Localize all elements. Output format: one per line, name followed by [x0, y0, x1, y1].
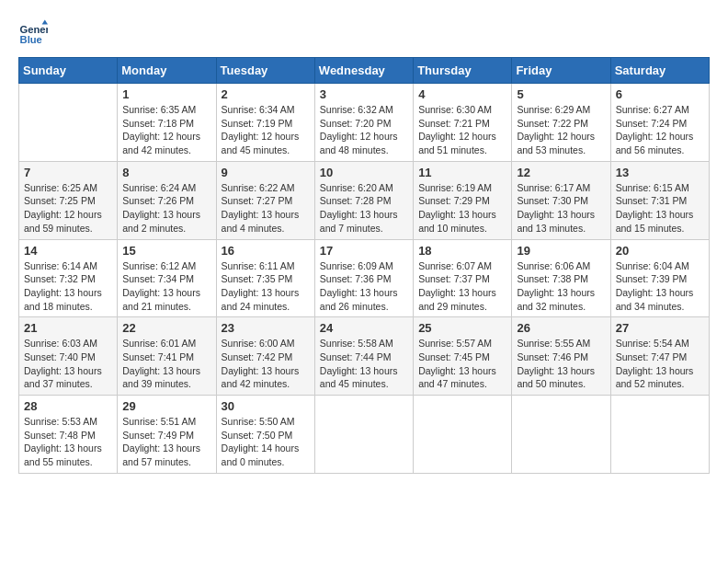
- day-number: 9: [222, 166, 310, 179]
- day-number: 1: [122, 87, 210, 101]
- day-info: Sunrise: 6:22 AMSunset: 7:27 PMDaylight:…: [222, 181, 310, 236]
- calendar-cell: [512, 396, 610, 474]
- calendar-cell: [414, 396, 512, 474]
- calendar-cell: [610, 396, 709, 474]
- day-number: 7: [24, 166, 112, 179]
- day-info: Sunrise: 6:11 AMSunset: 7:35 PMDaylight:…: [222, 259, 310, 314]
- calendar-week-row: 28Sunrise: 5:53 AMSunset: 7:48 PMDayligh…: [19, 396, 710, 474]
- weekday-header: Saturday: [610, 58, 709, 84]
- day-info: Sunrise: 6:12 AMSunset: 7:34 PMDaylight:…: [122, 259, 210, 314]
- day-number: 8: [122, 166, 210, 179]
- day-info: Sunrise: 6:30 AMSunset: 7:21 PMDaylight:…: [418, 103, 506, 157]
- day-info: Sunrise: 6:25 AMSunset: 7:25 PMDaylight:…: [24, 181, 112, 236]
- page-header: General Blue: [18, 18, 710, 48]
- day-number: 5: [517, 87, 605, 101]
- day-number: 23: [222, 321, 310, 335]
- day-info: Sunrise: 5:54 AMSunset: 7:47 PMDaylight:…: [616, 337, 704, 391]
- calendar-week-row: 7Sunrise: 6:25 AMSunset: 7:25 PMDaylight…: [19, 161, 710, 239]
- calendar-cell: 9Sunrise: 6:22 AMSunset: 7:27 PMDaylight…: [216, 161, 314, 239]
- calendar-cell: 10Sunrise: 6:20 AMSunset: 7:28 PMDayligh…: [314, 161, 413, 239]
- day-number: 27: [616, 321, 704, 335]
- day-info: Sunrise: 6:27 AMSunset: 7:24 PMDaylight:…: [616, 103, 704, 157]
- calendar-week-row: 21Sunrise: 6:03 AMSunset: 7:40 PMDayligh…: [19, 317, 710, 396]
- day-number: 21: [24, 321, 112, 335]
- calendar-header-row: SundayMondayTuesdayWednesdayThursdayFrid…: [19, 58, 710, 84]
- day-number: 28: [24, 399, 112, 413]
- calendar-cell: 18Sunrise: 6:07 AMSunset: 7:37 PMDayligh…: [414, 239, 512, 317]
- day-number: 24: [320, 321, 408, 335]
- day-number: 14: [24, 244, 112, 258]
- calendar-cell: 25Sunrise: 5:57 AMSunset: 7:45 PMDayligh…: [414, 317, 512, 396]
- calendar-cell: 24Sunrise: 5:58 AMSunset: 7:44 PMDayligh…: [314, 317, 413, 396]
- day-number: 6: [616, 87, 704, 101]
- calendar-cell: 8Sunrise: 6:24 AMSunset: 7:26 PMDaylight…: [118, 161, 216, 239]
- calendar-cell: 5Sunrise: 6:29 AMSunset: 7:22 PMDaylight…: [512, 84, 610, 162]
- day-info: Sunrise: 6:14 AMSunset: 7:32 PMDaylight:…: [24, 259, 112, 314]
- day-info: Sunrise: 6:24 AMSunset: 7:26 PMDaylight:…: [122, 181, 210, 236]
- calendar-cell: 11Sunrise: 6:19 AMSunset: 7:29 PMDayligh…: [414, 161, 512, 239]
- day-number: 25: [418, 321, 506, 335]
- day-number: 16: [222, 244, 310, 258]
- calendar-cell: 12Sunrise: 6:17 AMSunset: 7:30 PMDayligh…: [512, 161, 610, 239]
- day-number: 15: [122, 244, 210, 258]
- calendar-cell: 22Sunrise: 6:01 AMSunset: 7:41 PMDayligh…: [118, 317, 216, 396]
- calendar-cell: 15Sunrise: 6:12 AMSunset: 7:34 PMDayligh…: [118, 239, 216, 317]
- calendar-cell: 1Sunrise: 6:35 AMSunset: 7:18 PMDaylight…: [118, 84, 216, 162]
- weekday-header: Sunday: [19, 58, 118, 84]
- day-info: Sunrise: 6:19 AMSunset: 7:29 PMDaylight:…: [418, 181, 506, 236]
- calendar-cell: 13Sunrise: 6:15 AMSunset: 7:31 PMDayligh…: [610, 161, 709, 239]
- calendar-cell: [19, 84, 118, 162]
- day-info: Sunrise: 6:01 AMSunset: 7:41 PMDaylight:…: [122, 337, 210, 391]
- day-number: 20: [616, 244, 704, 258]
- calendar-cell: 19Sunrise: 6:06 AMSunset: 7:38 PMDayligh…: [512, 239, 610, 317]
- day-number: 11: [418, 166, 506, 179]
- day-info: Sunrise: 6:06 AMSunset: 7:38 PMDaylight:…: [517, 259, 605, 314]
- day-info: Sunrise: 5:51 AMSunset: 7:49 PMDaylight:…: [122, 415, 210, 469]
- day-info: Sunrise: 5:55 AMSunset: 7:46 PMDaylight:…: [517, 337, 605, 391]
- day-number: 17: [320, 244, 408, 258]
- day-info: Sunrise: 5:58 AMSunset: 7:44 PMDaylight:…: [320, 337, 408, 391]
- weekday-header: Wednesday: [314, 58, 413, 84]
- calendar-cell: 7Sunrise: 6:25 AMSunset: 7:25 PMDaylight…: [19, 161, 118, 239]
- day-info: Sunrise: 6:32 AMSunset: 7:20 PMDaylight:…: [320, 103, 408, 157]
- calendar-cell: 30Sunrise: 5:50 AMSunset: 7:50 PMDayligh…: [216, 396, 314, 474]
- svg-marker-2: [42, 20, 48, 25]
- calendar-cell: 21Sunrise: 6:03 AMSunset: 7:40 PMDayligh…: [19, 317, 118, 396]
- calendar-cell: 17Sunrise: 6:09 AMSunset: 7:36 PMDayligh…: [314, 239, 413, 317]
- calendar-cell: 14Sunrise: 6:14 AMSunset: 7:32 PMDayligh…: [19, 239, 118, 317]
- calendar-cell: 6Sunrise: 6:27 AMSunset: 7:24 PMDaylight…: [610, 84, 709, 162]
- day-info: Sunrise: 6:17 AMSunset: 7:30 PMDaylight:…: [517, 181, 605, 236]
- day-number: 29: [122, 399, 210, 413]
- day-info: Sunrise: 6:00 AMSunset: 7:42 PMDaylight:…: [222, 337, 310, 391]
- weekday-header: Tuesday: [216, 58, 314, 84]
- calendar-table: SundayMondayTuesdayWednesdayThursdayFrid…: [18, 57, 710, 474]
- calendar-cell: 29Sunrise: 5:51 AMSunset: 7:49 PMDayligh…: [118, 396, 216, 474]
- calendar-cell: 2Sunrise: 6:34 AMSunset: 7:19 PMDaylight…: [216, 84, 314, 162]
- logo: General Blue: [18, 18, 51, 48]
- day-info: Sunrise: 6:15 AMSunset: 7:31 PMDaylight:…: [616, 181, 704, 236]
- day-info: Sunrise: 6:03 AMSunset: 7:40 PMDaylight:…: [24, 337, 112, 391]
- svg-text:General: General: [20, 24, 48, 35]
- day-number: 18: [418, 244, 506, 258]
- calendar-cell: 16Sunrise: 6:11 AMSunset: 7:35 PMDayligh…: [216, 239, 314, 317]
- svg-text:Blue: Blue: [20, 34, 42, 45]
- calendar-cell: 4Sunrise: 6:30 AMSunset: 7:21 PMDaylight…: [414, 84, 512, 162]
- calendar-cell: 26Sunrise: 5:55 AMSunset: 7:46 PMDayligh…: [512, 317, 610, 396]
- day-info: Sunrise: 5:50 AMSunset: 7:50 PMDaylight:…: [222, 415, 310, 469]
- day-number: 3: [320, 87, 408, 101]
- day-info: Sunrise: 5:53 AMSunset: 7:48 PMDaylight:…: [24, 415, 112, 469]
- calendar-cell: 28Sunrise: 5:53 AMSunset: 7:48 PMDayligh…: [19, 396, 118, 474]
- weekday-header: Monday: [118, 58, 216, 84]
- day-number: 12: [517, 166, 605, 179]
- day-number: 2: [222, 87, 310, 101]
- calendar-cell: 3Sunrise: 6:32 AMSunset: 7:20 PMDaylight…: [314, 84, 413, 162]
- logo-icon: General Blue: [18, 18, 48, 48]
- day-info: Sunrise: 6:07 AMSunset: 7:37 PMDaylight:…: [418, 259, 506, 314]
- day-number: 4: [418, 87, 506, 101]
- day-number: 22: [122, 321, 210, 335]
- day-info: Sunrise: 6:29 AMSunset: 7:22 PMDaylight:…: [517, 103, 605, 157]
- calendar-cell: 20Sunrise: 6:04 AMSunset: 7:39 PMDayligh…: [610, 239, 709, 317]
- day-info: Sunrise: 5:57 AMSunset: 7:45 PMDaylight:…: [418, 337, 506, 391]
- day-info: Sunrise: 6:35 AMSunset: 7:18 PMDaylight:…: [122, 103, 210, 157]
- calendar-cell: 27Sunrise: 5:54 AMSunset: 7:47 PMDayligh…: [610, 317, 709, 396]
